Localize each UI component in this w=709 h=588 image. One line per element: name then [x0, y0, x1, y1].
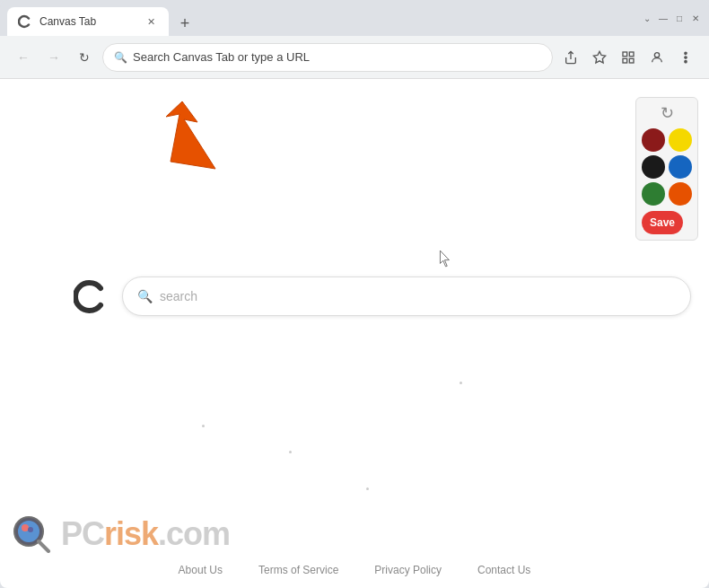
color-row-1	[642, 128, 692, 152]
svg-point-10	[22, 524, 29, 531]
color-yellow[interactable]	[669, 128, 692, 152]
canvas-logo	[72, 276, 111, 316]
search-icon: 🔍	[114, 51, 127, 64]
color-blue[interactable]	[669, 155, 692, 179]
canvas-search-area: 🔍 search	[72, 276, 691, 316]
decorative-dot	[366, 487, 369, 490]
pcrisk-watermark: PCrisk.com	[9, 512, 230, 557]
decorative-dot	[202, 425, 205, 427]
forward-button[interactable]: →	[41, 45, 66, 70]
active-tab[interactable]: Canvas Tab ✕	[7, 7, 169, 36]
svg-point-6	[685, 57, 687, 58]
footer-link-terms[interactable]: Terms of Service	[258, 564, 338, 576]
svg-rect-0	[623, 52, 627, 57]
color-dark-red[interactable]	[642, 128, 665, 152]
search-box[interactable]: 🔍 search	[122, 276, 691, 316]
svg-point-5	[685, 52, 687, 54]
svg-point-7	[685, 60, 687, 62]
tab-strip: Canvas Tab ✕ +	[7, 0, 634, 36]
chevron-down-icon[interactable]: ⌄	[641, 12, 653, 24]
svg-rect-3	[629, 58, 634, 63]
share-icon[interactable]	[558, 45, 583, 70]
save-button[interactable]: Save	[642, 211, 683, 234]
bookmark-icon[interactable]	[587, 45, 612, 70]
menu-icon[interactable]	[673, 45, 698, 70]
color-green[interactable]	[642, 182, 665, 206]
decorative-dot	[460, 382, 462, 384]
page-content: ↻ Save	[0, 79, 709, 588]
pcrisk-brand-text: PCrisk.com	[61, 515, 230, 553]
profile-icon[interactable]	[644, 45, 670, 70]
address-bar[interactable]: 🔍 Search Canvas Tab or type a URL	[102, 43, 553, 72]
nav-actions	[558, 45, 698, 70]
footer-link-contact[interactable]: Contact Us	[477, 564, 530, 576]
arrow-annotation	[157, 97, 229, 181]
new-tab-button[interactable]: +	[172, 11, 197, 36]
decorative-dot	[188, 151, 191, 154]
color-palette-widget: ↻ Save	[635, 97, 698, 241]
minimize-button[interactable]: —	[657, 12, 670, 24]
mouse-cursor	[438, 250, 452, 271]
nav-bar: ← → ↻ 🔍 Search Canvas Tab or type a URL	[0, 36, 709, 79]
search-icon: 🔍	[137, 289, 153, 303]
back-button[interactable]: ←	[11, 45, 36, 70]
tab-close-button[interactable]: ✕	[144, 14, 158, 29]
svg-rect-1	[629, 52, 634, 57]
maximize-button[interactable]: □	[673, 12, 686, 24]
address-text: Search Canvas Tab or type a URL	[133, 50, 541, 64]
footer-link-about[interactable]: About Us	[179, 564, 223, 576]
svg-point-11	[28, 527, 33, 532]
color-row-2	[642, 155, 692, 179]
svg-line-12	[39, 541, 48, 551]
svg-rect-2	[623, 58, 627, 63]
search-placeholder: search	[160, 289, 197, 303]
tab-favicon	[18, 14, 32, 29]
close-button[interactable]: ✕	[689, 12, 702, 24]
refresh-button[interactable]: ↻	[72, 45, 97, 70]
color-orange[interactable]	[669, 182, 692, 206]
color-black[interactable]	[642, 155, 665, 179]
decorative-dot	[289, 451, 292, 453]
svg-point-4	[654, 52, 659, 57]
color-row-3	[642, 182, 692, 206]
palette-refresh-button[interactable]: ↻	[642, 103, 692, 123]
footer-link-privacy[interactable]: Privacy Policy	[374, 564, 442, 576]
tab-title: Canvas Tab	[39, 15, 136, 28]
page-footer: About Us Terms of Service Privacy Policy…	[0, 552, 709, 588]
window-controls: ⌄ — □ ✕	[641, 12, 702, 24]
title-bar: Canvas Tab ✕ + ⌄ — □ ✕	[0, 0, 709, 36]
extensions-icon[interactable]	[616, 45, 641, 70]
